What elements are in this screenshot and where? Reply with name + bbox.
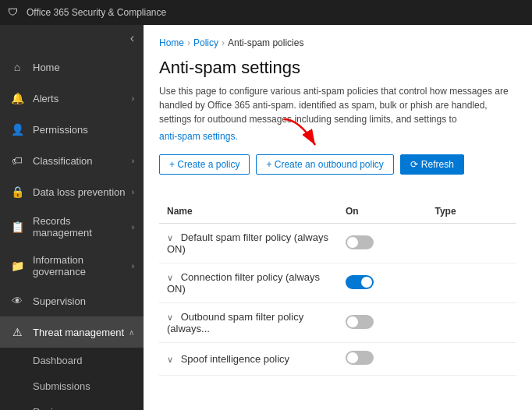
table-row: ∨ Default spam filter policy (always ON) (159, 224, 516, 263)
row-on-cell (338, 224, 427, 263)
subitem-label: Dashboard (33, 355, 83, 366)
clipboard-icon: 📋 (9, 219, 25, 235)
breadcrumb: Home › Policy › Anti-spam policies (159, 37, 516, 48)
subitem-label: Submissions (33, 380, 90, 392)
chevron-down-icon: › (132, 262, 134, 270)
create-outbound-button[interactable]: + Create an outbound policy (256, 154, 393, 175)
bell-icon: 🔔 (9, 90, 25, 106)
sidebar-item-label: Data loss prevention (33, 186, 132, 198)
toolbar: + Create a policy + Create an outbound p… (159, 154, 516, 175)
sidebar-item-threat[interactable]: ⚠ Threat management ∧ (0, 316, 144, 348)
person-icon: 👤 (9, 122, 25, 137)
sidebar-item-label: Alerts (33, 93, 132, 104)
toggle-switch[interactable] (346, 275, 374, 289)
policy-name: Outbound spam filter policy (always... (167, 311, 303, 334)
sidebar-item-label: Supervision (33, 295, 134, 307)
table-row: ∨ Connection filter policy (always ON) (159, 263, 516, 303)
chevron-down-icon: › (132, 223, 134, 232)
sidebar-item-label: Threat management (33, 327, 129, 338)
sidebar-item-records[interactable]: 📋 Records management › (0, 207, 144, 246)
breadcrumb-current: Anti-spam policies (228, 37, 303, 48)
titlebar: 🛡 Office 365 Security & Compliance (0, 0, 532, 25)
refresh-icon: ⟳ (410, 159, 418, 170)
table-row: ∨ Spoof intelligence policy (159, 343, 516, 376)
sidebar-collapse[interactable]: ‹ (0, 25, 144, 51)
sidebar-subitem-review[interactable]: Review (0, 399, 144, 410)
chevron-down-icon: › (132, 157, 134, 165)
sidebar-item-label: Permissions (33, 124, 134, 136)
create-policy-button[interactable]: + Create a policy (159, 154, 250, 175)
row-type-cell (427, 343, 517, 376)
chevron-up-icon: ∧ (129, 328, 134, 337)
policy-table: Name On Type ∨ Default spam filter polic… (159, 200, 516, 376)
breadcrumb-home[interactable]: Home (159, 37, 184, 48)
policy-name: Connection filter policy (always ON) (167, 271, 320, 295)
row-type-cell (427, 224, 517, 263)
sidebar-item-home[interactable]: ⌂ Home (0, 51, 144, 83)
sidebar-item-classification[interactable]: 🏷 Classification › (0, 145, 144, 176)
sidebar-subitem-submissions[interactable]: Submissions (0, 373, 144, 399)
warning-icon: ⚠ (9, 324, 25, 340)
sidebar-item-alerts[interactable]: 🔔 Alerts › (0, 83, 144, 114)
row-type-cell (427, 303, 517, 343)
sidebar-item-label: Information governance (33, 254, 132, 277)
toggle-switch[interactable] (346, 315, 374, 329)
toggle-switch[interactable] (346, 235, 374, 249)
sidebar-item-dataloss[interactable]: 🔒 Data loss prevention › (0, 176, 144, 207)
subitem-label: Review (33, 406, 66, 410)
row-chevron-icon[interactable]: ∨ (167, 233, 173, 242)
page-description: Use this page to configure various anti-… (159, 84, 516, 126)
chevron-down-icon: › (132, 188, 134, 196)
sidebar-item-label: Home (33, 62, 134, 73)
app-layout: ‹ ⌂ Home 🔔 Alerts › 👤 Permissions 🏷 Clas… (0, 25, 532, 410)
main-content: Home › Policy › Anti-spam policies Anti-… (144, 25, 532, 410)
antispam-settings-link[interactable]: anti-spam settings. (159, 131, 516, 142)
lock-icon: 🔒 (9, 184, 25, 200)
row-on-cell (338, 343, 427, 376)
chevron-down-icon: › (132, 94, 134, 103)
toggle-switch[interactable] (346, 351, 374, 365)
breadcrumb-policy[interactable]: Policy (193, 37, 218, 48)
sidebar-item-label: Classification (33, 155, 132, 167)
breadcrumb-sep-2: › (222, 37, 225, 48)
row-name-cell: ∨ Outbound spam filter policy (always... (159, 303, 338, 343)
sidebar-item-permissions[interactable]: 👤 Permissions (0, 114, 144, 145)
tag-icon: 🏷 (9, 153, 25, 168)
refresh-label: Refresh (421, 159, 454, 170)
page-title: Anti-spam settings (159, 58, 516, 78)
sidebar-subitem-dashboard[interactable]: Dashboard (0, 348, 144, 373)
row-chevron-icon[interactable]: ∨ (167, 273, 173, 282)
folder-icon: 📁 (9, 258, 25, 274)
home-icon: ⌂ (9, 59, 25, 75)
threat-subitems: Dashboard Submissions Review Policy (0, 348, 144, 410)
col-type-header: Type (427, 200, 517, 224)
refresh-button[interactable]: ⟳ Refresh (400, 154, 464, 175)
app-icon: 🛡 (8, 6, 20, 19)
policy-name: Spoof intelligence policy (181, 353, 289, 365)
sidebar: ‹ ⌂ Home 🔔 Alerts › 👤 Permissions 🏷 Clas… (0, 25, 144, 410)
app-title: Office 365 Security & Compliance (27, 7, 166, 18)
toolbar-wrapper: + Create a policy + Create an outbound p… (159, 154, 516, 187)
sidebar-item-infogov[interactable]: 📁 Information governance › (0, 246, 144, 285)
sidebar-item-supervision[interactable]: 👁 Supervision (0, 285, 144, 316)
row-name-cell: ∨ Default spam filter policy (always ON) (159, 224, 338, 263)
row-chevron-icon[interactable]: ∨ (167, 355, 173, 364)
policy-name: Default spam filter policy (always ON) (167, 232, 328, 255)
col-name-header: Name (159, 200, 338, 224)
sidebar-item-label: Records management (33, 215, 132, 239)
row-name-cell: ∨ Spoof intelligence policy (159, 343, 338, 376)
col-on-header: On (338, 200, 427, 224)
table-header-row: Name On Type (159, 200, 516, 224)
breadcrumb-sep-1: › (187, 37, 190, 48)
eye-icon: 👁 (9, 293, 25, 309)
row-on-cell (338, 303, 427, 343)
collapse-icon[interactable]: ‹ (130, 31, 134, 45)
row-on-cell (338, 263, 427, 303)
row-name-cell: ∨ Connection filter policy (always ON) (159, 263, 338, 303)
row-chevron-icon[interactable]: ∨ (167, 313, 173, 322)
row-type-cell (427, 263, 517, 303)
table-row: ∨ Outbound spam filter policy (always... (159, 303, 516, 343)
